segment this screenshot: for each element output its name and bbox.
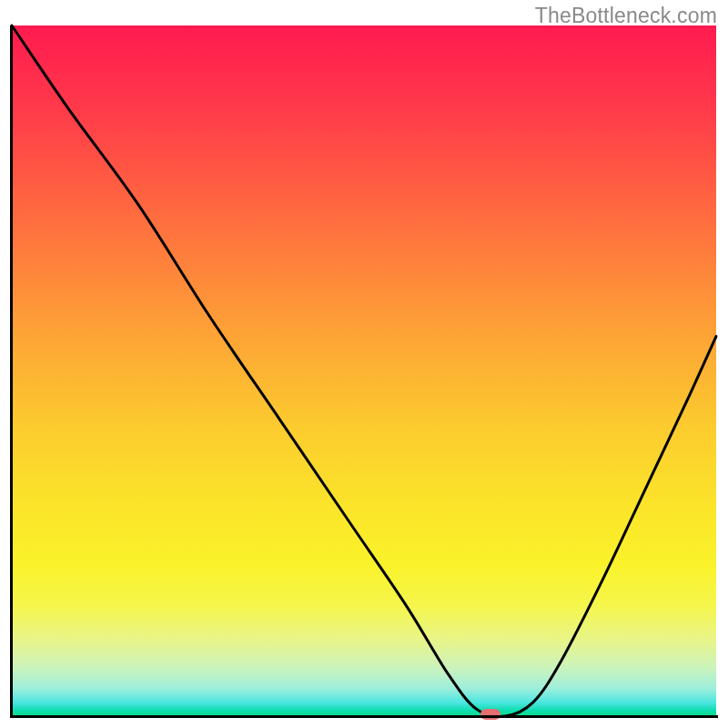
x-axis: [10, 715, 718, 718]
plot-area: [12, 25, 716, 716]
y-axis: [10, 25, 13, 718]
watermark-text: TheBottleneck.com: [535, 4, 717, 28]
optimal-marker: [480, 709, 500, 720]
bottleneck-chart: TheBottleneck.com: [0, 0, 728, 728]
bottleneck-curve: [12, 25, 716, 716]
